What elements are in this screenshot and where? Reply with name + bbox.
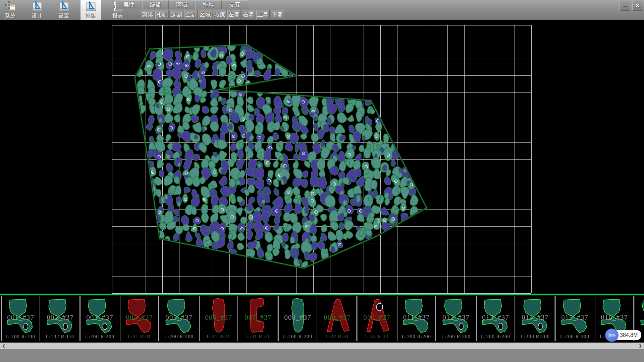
piece-lr-count-label: L:31 R:31 bbox=[120, 334, 158, 340]
thumbnail-cell[interactable]: 001_#37 L:700 R:700 bbox=[1, 296, 40, 341]
nav-tab-setting[interactable]: 设置 bbox=[54, 0, 74, 20]
menu-row-2: 聚排相机选割全割区域瑕疵左靠右靠上靠下靠 bbox=[141, 10, 284, 19]
thumbnail-cell[interactable]: 011_#37 L:200 R:200 bbox=[397, 296, 436, 341]
nav-tab-nesting[interactable]: 排版 bbox=[80, 0, 101, 20]
menu-button-row1-2[interactable]: 区域 bbox=[169, 0, 195, 9]
piece-lr-count-label: L:200 R:200 bbox=[81, 334, 119, 340]
menu-button-row2-8[interactable]: 上靠 bbox=[256, 10, 270, 19]
nav-tab-label: 设置 bbox=[59, 13, 69, 19]
horizontal-scrollbar[interactable]: ❮ ❯ bbox=[0, 343, 644, 349]
piece-lr-count-label: L:200 R:200 bbox=[437, 334, 475, 340]
piece-name-label: 004_#37 bbox=[120, 313, 158, 322]
nav-tab-label: 排版 bbox=[86, 13, 96, 19]
status-bar bbox=[0, 349, 644, 362]
memory-percent-indicator: 38% bbox=[605, 328, 619, 342]
menu-button-row1-3[interactable]: 排料 bbox=[195, 0, 222, 9]
thumbnail-cell[interactable]: 014_#37 L:200 R:200 bbox=[516, 296, 554, 341]
minimize-button[interactable]: – bbox=[620, 1, 630, 11]
piece-name-label: 011_#37 bbox=[397, 313, 435, 322]
thumbnail-cell[interactable]: 006_#37 L:21 R:21 bbox=[199, 296, 238, 341]
piece-name-label: 012_#37 bbox=[437, 313, 475, 322]
menu-button-row2-0[interactable]: 聚排 bbox=[141, 10, 154, 19]
piece-lr-count-label: L:200 R:200 bbox=[556, 334, 594, 340]
piece-lr-count-label: L:32 R:31 bbox=[318, 334, 356, 340]
piece-lr-count-label: L:200 R:200 bbox=[397, 334, 435, 340]
menu-button-row2-7[interactable]: 右靠 bbox=[242, 10, 255, 19]
thumbnail-cell[interactable]: 013_#37 L:200 R:200 bbox=[476, 296, 515, 341]
piece-name-label: 007_#37 bbox=[239, 313, 277, 322]
piece-name-label: 001_#37 bbox=[2, 313, 40, 322]
piece-lr-count-label: L:200 R:200 bbox=[477, 334, 515, 340]
piece-name-label: 014_#37 bbox=[516, 313, 554, 322]
nav-tab-label: 报表 bbox=[112, 13, 123, 19]
piece-name-label: 015_#37 bbox=[556, 313, 594, 322]
window-controls: – ✕ bbox=[620, 1, 643, 11]
piece-lr-count-label: L:200 R:200 bbox=[279, 334, 317, 340]
menu-button-row2-4[interactable]: 区域 bbox=[199, 10, 212, 19]
piece-hole bbox=[103, 323, 107, 329]
nav-tabs: 系统 设计 设置 排版 报表 bbox=[0, 0, 134, 20]
menu-button-row2-6[interactable]: 左靠 bbox=[227, 10, 241, 19]
nav-tab-system[interactable]: 系统 bbox=[0, 0, 21, 20]
piece-hole bbox=[23, 323, 28, 329]
piece-thumbnail-strip: 001_#37 L:700 R:700 002_#37 L:132 R:132 … bbox=[0, 295, 644, 343]
piece-lr-count-label: L:21 R:21 bbox=[200, 334, 237, 340]
setsquare-icon bbox=[31, 1, 43, 12]
nav-tab-label: 系统 bbox=[5, 13, 16, 19]
menu-row-1: 属性编辑区域排料交互 bbox=[116, 0, 248, 9]
piece-name-label: 013_#37 bbox=[477, 313, 515, 322]
thumbnail-cell[interactable]: 003_#37 L:200 R:200 bbox=[80, 296, 119, 341]
menu-button-row2-5[interactable]: 瑕疵 bbox=[213, 10, 226, 19]
piece-name-label: 008_#37 bbox=[279, 313, 317, 322]
menu-button-row2-2[interactable]: 选割 bbox=[170, 10, 183, 19]
thumbnail-cell[interactable]: 015_#37 L:200 R:200 bbox=[555, 296, 594, 341]
piece-hole bbox=[538, 323, 542, 329]
piece-name-label: 003_#37 bbox=[81, 313, 119, 322]
thumbnail-cell[interactable]: 005_#37 L:200 R:200 bbox=[160, 296, 198, 341]
memory-amount-label: 384.8M bbox=[620, 330, 638, 340]
setsquare-icon bbox=[85, 1, 97, 12]
menu-button-row1-0[interactable]: 属性 bbox=[116, 0, 142, 9]
scroll-right-icon[interactable]: ❯ bbox=[637, 343, 644, 349]
nesting-canvas-area bbox=[0, 20, 644, 294]
thumbnail-cell[interactable]: 004_#37 L:31 R:31 bbox=[120, 296, 159, 341]
piece-lr-count-label: L:200 R:200 bbox=[516, 334, 554, 340]
piece-lr-count-label: L:132 R:132 bbox=[41, 334, 79, 340]
gear-icon bbox=[4, 1, 16, 12]
piece-shape-preview bbox=[637, 297, 644, 335]
thumbnail-cell[interactable]: 009_#37 L:32 R:31 bbox=[318, 296, 357, 341]
piece-lr-count-label: L:31 R:31 bbox=[239, 334, 277, 340]
piece-hole bbox=[63, 323, 67, 329]
thumbnail-cell[interactable]: 008_#37 L:200 R:200 bbox=[278, 296, 317, 341]
application-window: 系统 设计 设置 排版 报表 属性编辑区域排料交互 聚排相机选割全割区域瑕疵左靠… bbox=[0, 0, 644, 362]
menu-button-row2-9[interactable]: 下靠 bbox=[271, 10, 284, 19]
menu-button-row2-3[interactable]: 全割 bbox=[184, 10, 198, 19]
piece-lr-count-label: L:200 R:200 bbox=[160, 334, 198, 340]
thumbnail-cell[interactable]: 002_#37 L:132 R:132 bbox=[41, 296, 79, 341]
nesting-canvas[interactable] bbox=[0, 20, 644, 294]
toolbar: 系统 设计 设置 排版 报表 属性编辑区域排料交互 聚排相机选割全割区域瑕疵左靠… bbox=[0, 0, 644, 20]
memory-usage-badge: 38% 384.8M bbox=[612, 330, 641, 340]
piece-hole bbox=[376, 303, 383, 311]
piece-hole bbox=[459, 323, 463, 329]
piece-name-label: 002_#37 bbox=[41, 313, 79, 322]
piece-hole bbox=[498, 323, 503, 329]
piece-name-label: 006_#37 bbox=[200, 313, 237, 322]
menu-button-row1-4[interactable]: 交互 bbox=[222, 0, 248, 9]
piece-lr-count-label: L:33 R:33 bbox=[358, 334, 396, 340]
setsquare-icon bbox=[58, 1, 70, 12]
thumbnail-cell[interactable]: 010_#37 L:33 R:33 bbox=[358, 296, 396, 341]
scroll-left-icon[interactable]: ❮ bbox=[0, 343, 7, 349]
piece-name-label: 010_#37 bbox=[358, 313, 396, 322]
nav-tab-label: 设计 bbox=[32, 13, 43, 19]
nav-tab-design[interactable]: 设计 bbox=[27, 0, 48, 20]
menu-button-row1-1[interactable]: 编辑 bbox=[142, 0, 169, 9]
piece-name-label: 005_#37 bbox=[160, 313, 198, 322]
piece-name-label: 009_#37 bbox=[318, 313, 356, 322]
piece-lr-count-label: L:700 R:700 bbox=[2, 334, 40, 340]
thumbnail-cell[interactable]: 007_#37 L:31 R:31 bbox=[239, 296, 277, 341]
piece-name-label: 016_#37 bbox=[595, 313, 633, 322]
thumbnail-cell[interactable]: 012_#37 L:200 R:200 bbox=[437, 296, 475, 341]
menu-button-row2-1[interactable]: 相机 bbox=[155, 10, 169, 19]
close-button[interactable]: ✕ bbox=[632, 1, 643, 11]
